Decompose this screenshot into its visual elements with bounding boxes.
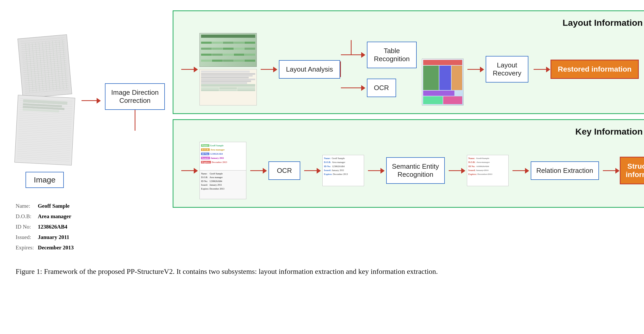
arrow-to-ser — [368, 170, 381, 171]
figure-caption: Figure 1: Framework of the proposed PP-S… — [16, 266, 615, 278]
sample-card: Name: Geoff Sample D.O.B: Area manager I… — [16, 201, 74, 253]
kie-panel-title: Key Information Extraction — [181, 127, 644, 137]
document-image-preview-2 — [14, 95, 75, 165]
image-direction-label: Image Direction Correction — [111, 89, 159, 104]
kie-input-thumbs: Name: Geoff Sample D.O.B: Area manager I… — [199, 142, 246, 199]
kie-color-id-card: Name: Geoff Sample D.O.B: Area manager I… — [199, 142, 246, 171]
issued-value: January 2011 — [38, 234, 69, 240]
main-container: Image Name: Geoff Sample D.O.B: Area man… — [16, 10, 628, 278]
ocr-color-output: Name: Geoff Sample D.O.B: Area manager I… — [322, 155, 364, 186]
left-column: Image Name: Geoff Sample D.O.B: Area man… — [16, 10, 74, 253]
arrow-to-structured — [603, 170, 616, 171]
id-label: ID No: — [16, 222, 36, 232]
v-line-fork — [135, 110, 135, 131]
image-box: Image — [26, 172, 64, 188]
layout-panel-title: Layout Information Extraction — [181, 18, 644, 28]
semantic-entity-recognition-box: Semantic Entity Recognition — [386, 157, 445, 184]
branch-boxes: Table Recognition OCR — [341, 42, 417, 97]
arrow-ocr-to-ser — [304, 170, 317, 171]
table-image-thumb — [199, 33, 257, 67]
image-direction-correction-box: Image Direction Correction — [105, 83, 165, 110]
input-thumbnails — [199, 33, 257, 105]
relation-extraction-box: Relation Extraction — [531, 161, 599, 180]
arrow-to-layout-analysis — [261, 69, 274, 70]
arrow-to-restored — [534, 69, 547, 70]
layout-colored-image — [422, 59, 464, 105]
image-label: Image — [34, 175, 55, 184]
ocr-result-section — [300, 170, 317, 171]
expires-value: December 2013 — [38, 244, 74, 251]
kie-plain-id-card: Name: Geoff Sample D.O.B: Area manager I… — [199, 171, 246, 199]
h-fork-ocr — [341, 87, 362, 88]
arrow-to-layout — [181, 69, 194, 70]
ocr-box-layout: OCR — [367, 79, 396, 97]
arrow-kie-in — [181, 170, 194, 171]
v-line-branch — [351, 40, 352, 54]
issued-label: Issued: — [16, 232, 36, 243]
document-image-preview — [17, 34, 72, 98]
kie-panel: Key Information Extraction Name: Geoff S… — [173, 119, 644, 208]
arrow-image-to-correction — [82, 10, 97, 101]
name-value: Geoff Sample — [38, 203, 70, 209]
table-rec-row: Table Recognition — [341, 42, 417, 68]
arrow-ser-to-re — [449, 170, 462, 171]
name-label: Name: — [16, 201, 36, 211]
ocr-row: OCR — [341, 79, 417, 97]
dob-label: D.O.B: — [16, 211, 36, 222]
layout-recovery-box: Layout Recovery — [486, 56, 528, 83]
layout-analysis-box: Layout Analysis — [279, 60, 340, 79]
ser-result-section — [445, 170, 462, 171]
upper-fork — [340, 61, 341, 77]
expires-label: Expires: — [16, 243, 36, 253]
ocr-box-kie: OCR — [268, 161, 300, 180]
restored-information-box: Restored information — [551, 60, 639, 79]
kie-flow-row: Name: Geoff Sample D.O.B: Area manager I… — [181, 142, 644, 199]
full-diagram: Image Name: Geoff Sample D.O.B: Area man… — [16, 10, 628, 253]
layout-flow-row: Layout Analysis — [181, 33, 644, 105]
dob-value: Area manager — [38, 213, 71, 219]
arrow-to-recovery — [467, 69, 480, 70]
layout-panel: Layout Information Extraction — [173, 10, 644, 114]
image-direction-correction-col: Image Direction Correction — [105, 10, 165, 131]
ser-output: Name: Geoff Sample D.O.B: Area manager I… — [467, 155, 509, 186]
ocr-output-section — [422, 59, 464, 105]
structured-information-box: Structured information — [620, 157, 644, 184]
table-recognition-box: Table Recognition — [367, 42, 417, 68]
v-line-up — [340, 61, 341, 77]
fork-lines — [341, 54, 362, 55]
document-text-thumb — [199, 69, 257, 105]
id-value: 1238626AB4 — [38, 224, 67, 230]
fork-section — [340, 61, 341, 77]
panels-column: Layout Information Extraction — [173, 10, 644, 208]
arrow-to-ocr-kie — [250, 170, 263, 171]
arrow-to-re — [512, 170, 526, 171]
h-fork-table — [341, 54, 362, 55]
